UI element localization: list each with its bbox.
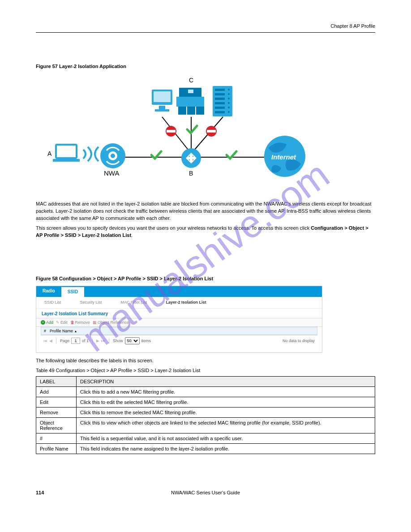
svg-rect-18 [155,109,169,112]
svg-point-33 [228,93,230,95]
svg-rect-30 [215,107,225,109]
toolbar: +Add ✎Edit 🗑Remove ▦Object Reference [36,318,322,327]
col-profile-name[interactable]: Profile Name ▲ [50,329,77,333]
svg-point-37 [228,111,230,113]
svg-point-35 [228,102,230,104]
label-NWA: NWA [104,169,119,177]
svg-rect-26 [215,89,225,91]
svg-rect-39 [167,130,176,133]
router-icon: B [181,148,201,177]
svg-rect-6 [53,159,80,162]
remove-icon: 🗑 [70,320,74,325]
label-B: B [189,170,193,177]
th-label: LABEL [36,376,77,386]
svg-rect-31 [215,111,225,113]
svg-point-9 [111,154,115,158]
tab-radio[interactable]: Radio [36,286,61,297]
paging-last-icon[interactable]: ⏭ [101,339,105,343]
paging-bar: ⏮ ◀ Page of 1 ▶ ⏭ Show 50 items No data … [41,335,317,346]
footer-series: NWA/WAC Series User's Guide [81,490,330,495]
svg-rect-5 [56,145,77,158]
figure-title-1: Figure 57 Layer-2 Isolation Application [36,64,375,69]
table-row: AddClick this to add a new MAC filtering… [36,386,375,397]
paging-next-icon[interactable]: ▶ [96,339,99,343]
svg-rect-29 [215,102,225,104]
svg-rect-21 [178,107,186,115]
table-row: Object ReferenceClick this to view which… [36,417,375,433]
label-A: A [47,150,52,157]
svg-rect-28 [215,98,225,100]
svg-rect-41 [207,130,216,133]
page-input[interactable] [71,338,80,344]
header-rule [36,32,375,33]
svg-rect-23 [196,107,204,115]
svg-rect-20 [176,97,204,107]
svg-rect-17 [159,106,165,109]
label-C: C [189,77,193,84]
monitor-icon [152,90,172,112]
description-table: LABEL DESCRIPTION AddClick this to add a… [36,376,375,454]
show-select[interactable]: 50 [125,337,140,344]
svg-point-32 [228,89,230,90]
grid-header: # Profile Name ▲ [41,327,317,335]
col-hash[interactable]: # [44,329,46,333]
table-caption: Table 49 Configuration > Object > AP Pro… [36,367,375,374]
table-row: EditClick this to edit the selected MAC … [36,397,375,407]
svg-rect-27 [215,93,225,95]
table-row: #This field is a sequential value, and i… [36,433,375,443]
add-icon: + [41,320,45,325]
network-diagram: A NWA B C [36,71,375,196]
subtab-ssid-list[interactable]: SSID List [44,300,61,305]
svg-line-4 [191,117,223,154]
wifi-arcs-icon [83,147,98,161]
svg-rect-16 [154,91,171,102]
subtab-bar: SSID List Security List MAC Filter List … [36,297,322,309]
chapter-label: Chapter 8 AP Profile [331,23,375,29]
svg-point-34 [228,98,230,99]
tab-bar: Radio SSID [36,286,322,297]
table-intro: The following table describes the labels… [36,357,375,365]
object-reference-button[interactable]: ▦Object Reference [93,320,129,325]
page-number: 114 [36,490,81,495]
tab-ssid[interactable]: SSID [61,286,84,297]
svg-point-36 [228,107,230,108]
label-internet: Internet [271,153,296,161]
subtab-layer2-isolation[interactable]: Layer-2 Isolation List [166,300,206,305]
body-paragraph-2: This screen allows you to specify device… [36,225,375,239]
svg-line-2 [162,117,191,154]
panel-title: Layer-2 Isolation List Summary [36,309,322,318]
svg-rect-22 [187,107,195,115]
edit-icon: ✎ [56,320,60,325]
paging-prev-icon[interactable]: ◀ [49,339,52,343]
screenshot-ui: Radio SSID SSID List Security List MAC F… [36,286,322,353]
table-row: Profile NameThis field indicates the nam… [36,443,375,454]
internet-icon: Internet [264,136,305,177]
page-footer: 114 NWA/WAC Series User's Guide [36,490,375,495]
th-description: DESCRIPTION [77,376,375,386]
sort-asc-icon: ▲ [74,330,77,333]
paging-first-icon[interactable]: ⏮ [43,339,47,343]
svg-rect-24 [188,90,193,93]
table-row: RemoveClick this to remove the selected … [36,407,375,417]
subtab-security-list[interactable]: Security List [80,300,102,305]
laptop-icon: A [47,145,80,162]
server-icon [213,86,232,116]
body-paragraph-1: MAC addresses that are not listed in the… [36,201,375,222]
printer-icon: C [176,77,204,115]
edit-button[interactable]: ✎Edit [56,320,68,325]
empty-text: No data to display [283,339,315,343]
subtab-mac-filter[interactable]: MAC Filter List [121,300,147,305]
access-point-icon: NWA [100,143,125,177]
figure-title-2: Figure 58 Configuration > Object > AP Pr… [36,276,375,281]
remove-button[interactable]: 🗑Remove [70,320,90,325]
object-reference-icon: ▦ [93,320,97,325]
add-button[interactable]: +Add [41,320,53,325]
